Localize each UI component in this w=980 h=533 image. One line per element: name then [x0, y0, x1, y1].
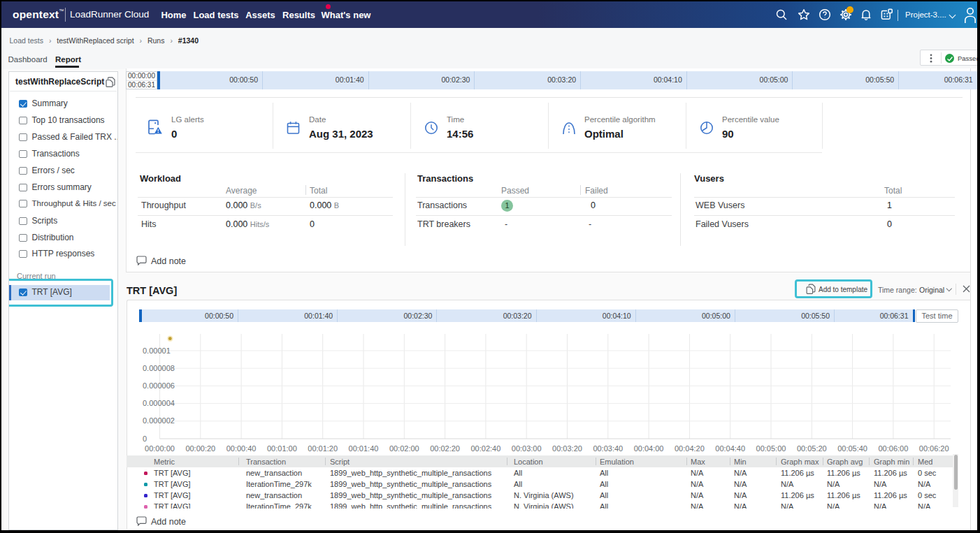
svg-text:0.000004: 0.000004: [143, 399, 175, 407]
svg-text:0.000006: 0.000006: [143, 381, 175, 390]
svg-text:0: 0: [143, 435, 147, 443]
svg-text:00:03:40: 00:03:40: [593, 444, 623, 453]
svg-text:00:00:40: 00:00:40: [226, 444, 257, 453]
svg-text:00:04:00: 00:04:00: [634, 444, 664, 453]
svg-text:0.00001: 0.00001: [143, 346, 171, 355]
svg-text:00:04:20: 00:04:20: [675, 444, 705, 453]
svg-text:00:01:40: 00:01:40: [349, 444, 379, 453]
svg-text:00:00:20: 00:00:20: [185, 444, 215, 453]
svg-text:00:06:00: 00:06:00: [878, 444, 908, 453]
svg-text:0.000008: 0.000008: [143, 364, 175, 372]
svg-text:00:05:00: 00:05:00: [756, 444, 786, 453]
svg-text:00:00:00: 00:00:00: [145, 444, 175, 453]
svg-text:00:04:40: 00:04:40: [715, 444, 745, 453]
svg-text:00:02:00: 00:02:00: [389, 444, 419, 453]
svg-text:00:02:20: 00:02:20: [430, 444, 460, 453]
svg-text:00:02:40: 00:02:40: [470, 444, 500, 453]
svg-text:00:05:40: 00:05:40: [837, 444, 867, 453]
svg-text:00:01:20: 00:01:20: [308, 444, 338, 453]
svg-text:0.000002: 0.000002: [143, 416, 175, 425]
svg-text:00:06:20: 00:06:20: [919, 444, 949, 453]
svg-text:00:03:00: 00:03:00: [512, 444, 542, 453]
svg-text:00:01:00: 00:01:00: [267, 444, 297, 453]
svg-text:00:03:20: 00:03:20: [552, 444, 582, 453]
svg-text:00:05:20: 00:05:20: [797, 444, 827, 453]
